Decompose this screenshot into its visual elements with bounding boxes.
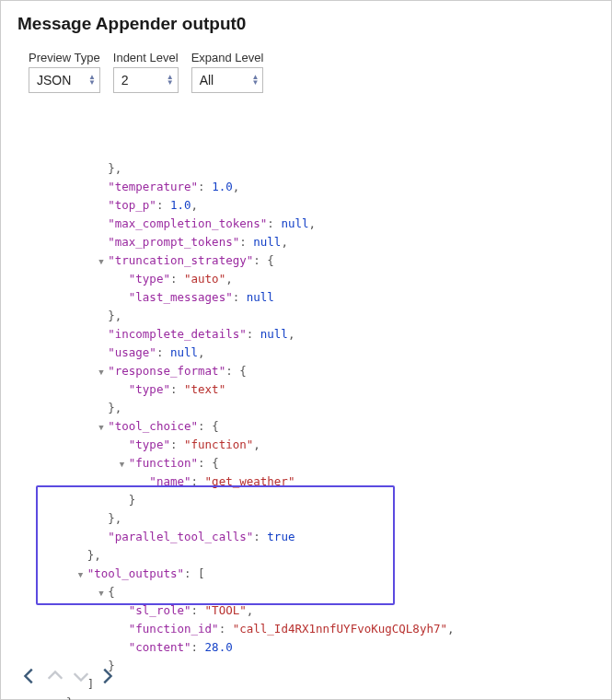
json-line: ▼"function": { xyxy=(43,454,596,472)
json-line: }, xyxy=(43,399,596,417)
json-line: ▼"truncation_strategy": { xyxy=(43,251,596,270)
preview-type-label: Preview Type xyxy=(29,51,100,64)
select-arrows-icon: ▲▼ xyxy=(88,75,96,86)
expand-toggle-icon[interactable]: ▼ xyxy=(98,422,108,435)
json-line: "last_messages": null xyxy=(43,288,596,307)
json-line: "content": 28.0 xyxy=(43,638,596,657)
indent-level-label: Indent Level xyxy=(113,51,179,64)
json-line: }, xyxy=(43,307,596,325)
json-line: ▼"tool_outputs": [ xyxy=(43,565,596,583)
json-line: ▼{ xyxy=(43,583,596,601)
json-line: "sl_role": "TOOL", xyxy=(43,601,596,620)
json-line: "name": "get_weather" xyxy=(43,472,596,491)
indent-level-select[interactable]: 2 ▲▼ xyxy=(113,67,179,93)
json-line: } xyxy=(43,694,596,700)
json-line: "max_prompt_tokens": null, xyxy=(43,233,596,251)
select-arrows-icon: ▲▼ xyxy=(252,75,260,86)
json-line: "incomplete_details": null, xyxy=(43,325,596,344)
json-line: "temperature": 1.0, xyxy=(43,178,596,196)
indent-level-control: Indent Level 2 ▲▼ xyxy=(113,51,179,93)
json-line: "usage": null, xyxy=(43,344,596,362)
indent-level-value: 2 xyxy=(121,73,129,88)
controls-row: Preview Type JSON ▲▼ Indent Level 2 ▲▼ E… xyxy=(29,51,596,93)
expand-toggle-icon[interactable]: ▼ xyxy=(98,256,108,269)
expand-toggle-icon[interactable]: ▼ xyxy=(78,569,87,582)
json-line: }, xyxy=(43,159,596,178)
json-line: "type": "auto", xyxy=(43,270,596,288)
preview-type-control: Preview Type JSON ▲▼ xyxy=(29,51,100,93)
nav-arrows xyxy=(19,666,117,686)
expand-level-label: Expand Level xyxy=(191,51,264,64)
json-line: "type": "function", xyxy=(43,436,596,454)
json-line: }, xyxy=(43,546,596,565)
json-line: }, xyxy=(43,509,596,528)
json-viewer[interactable]: }, "temperature": 1.0, "top_p": 1.0, "ma… xyxy=(43,106,596,700)
json-line: "parallel_tool_calls": true xyxy=(43,528,596,546)
expand-toggle-icon[interactable]: ▼ xyxy=(98,588,108,601)
expand-level-control: Expand Level All ▲▼ xyxy=(191,51,264,93)
json-line: ▼"tool_choice": { xyxy=(43,417,596,436)
output-panel: Message Appender output0 Preview Type JS… xyxy=(0,0,612,700)
preview-type-select[interactable]: JSON ▲▼ xyxy=(29,67,100,93)
json-line: ▼"response_format": { xyxy=(43,362,596,380)
next-page-button[interactable] xyxy=(71,666,91,686)
expand-level-select[interactable]: All ▲▼ xyxy=(191,67,264,93)
expand-level-value: All xyxy=(200,73,214,88)
prev-page-button[interactable] xyxy=(45,666,65,686)
page-title: Message Appender output0 xyxy=(17,14,596,34)
select-arrows-icon: ▲▼ xyxy=(167,75,174,86)
json-line: } xyxy=(43,657,596,675)
json-line: "type": "text" xyxy=(43,380,596,399)
expand-toggle-icon[interactable]: ▼ xyxy=(120,459,129,472)
last-page-button[interactable] xyxy=(97,666,117,686)
json-line: } xyxy=(43,491,596,509)
json-line: "function_id": "call_Id4RX1nnfUYFvoKugCQ… xyxy=(43,620,596,638)
first-page-button[interactable] xyxy=(19,666,40,686)
preview-type-value: JSON xyxy=(37,73,71,88)
json-line: "max_completion_tokens": null, xyxy=(43,215,596,233)
json-line: ] xyxy=(43,675,596,694)
json-line: "top_p": 1.0, xyxy=(43,196,596,215)
expand-toggle-icon[interactable]: ▼ xyxy=(98,367,108,379)
